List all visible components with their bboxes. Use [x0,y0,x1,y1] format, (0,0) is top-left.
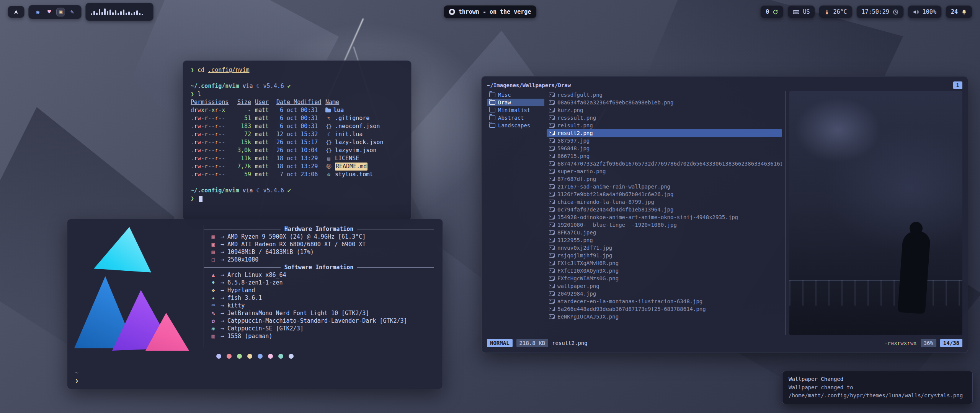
col-permissions: Permissions [191,98,230,106]
notifications-module[interactable]: 24 [946,5,972,18]
image-file-icon [549,177,555,181]
preview-railing [789,280,962,306]
file-permissions: .rw-r--r-- [191,163,230,171]
image-file-icon [549,154,555,158]
prompt-symbol: ❯ [191,66,194,74]
file-list-item[interactable]: atardecer-en-la-montanas-ilustracion-634… [547,298,782,305]
file-list-item[interactable]: nnvuv0xj2df71.jpg [547,244,782,252]
file-list-item[interactable]: 154928-odinokoe-anime-art-anime-okno-sin… [547,213,782,221]
memory-icon: ▤ [209,248,217,256]
file-list-item[interactable]: EeNKYgIUcAAJ5JX.png [547,313,782,320]
image-file-icon [549,169,555,174]
file-list-item[interactable]: 87r687df.png [547,175,782,183]
software-section-header: Software Information [204,263,434,271]
temperature-module[interactable]: 26°C [819,5,852,18]
file-list-item[interactable]: 8FKa7Cu.jpeg [547,229,782,236]
file-list-item[interactable]: chica-mirando-la-luna-8799.jpg [547,198,782,206]
file-manager-window[interactable]: ~/Imagenes/Wallpapers/Draw 1 MiscDrawMin… [481,76,968,353]
lua-version: v5.4.6 [263,82,284,90]
top-bar-right: 0 US 26°C 17:50:29 10 [760,5,972,18]
file-list-item[interactable]: rsjqojlmjhf91.jpg [547,252,782,259]
palette-dot [227,354,232,359]
file-list-item[interactable]: 20492984.jpg [547,290,782,298]
json-icon: {} [325,122,332,130]
file-list-item[interactable]: ressdfgult.png [547,91,782,99]
ls-row[interactable]: .rw-r--r--11kmatt18 oct 13:29▤LICENSE [191,154,403,163]
file-name-cell: ⌥.gitignore [325,114,403,122]
file-list-item[interactable]: FXfcJlTXgAMvH6R.png [547,259,782,267]
sidebar-dir-landscapes[interactable]: Landscapes [487,122,544,129]
dir-name: Abstract [498,114,524,122]
audio-visualizer[interactable] [85,3,154,21]
file-list-item[interactable]: re1sult.png [547,122,782,129]
file-list-item[interactable]: kurz.png [547,106,782,114]
keyboard-layout-module[interactable]: US [787,5,815,18]
file-list-item[interactable]: resssult.png [547,114,782,122]
palette-dot [258,354,263,359]
file-list-item[interactable]: FXfcHgcWIAMzs0G.png [547,275,782,282]
file-name: .gitignore [335,114,369,122]
terminal-window-fetch[interactable]: Hardware Information ▦→AMD Ryzen 9 5900X… [67,219,443,389]
terminal-window-nvim-config[interactable]: ❯cd.config/nvim ~/.config/nvimvia☾v5.4.6… [183,60,412,220]
volume-module[interactable]: 100% [908,5,942,18]
tab-indicator[interactable]: 1 [953,81,962,89]
file-name-cell: ⓂREADME.md [325,163,403,171]
prompt-line[interactable]: ❯ [191,195,403,203]
workspace-icon-browser[interactable]: ◉ [34,8,42,16]
command-ls: l [198,90,201,98]
fetch-prompt[interactable]: ~ ❯ [75,369,78,385]
sidebar-dir-draw[interactable]: Draw [487,99,544,106]
file-list-item[interactable]: result2.png [547,129,782,137]
ls-row[interactable]: .rw-r--r--7,7kmatt18 oct 13:29ⓂREADME.md [191,163,403,171]
notification-toast[interactable]: Wallpaper Changed Wallpaper changed to /… [782,371,973,404]
file-permissions: .rw-r--r-- [191,138,230,146]
ls-row[interactable]: .rw-r--r--183matt 6 oct 00:31{}.neoconf.… [191,122,403,130]
launcher-button[interactable] [8,6,24,18]
workspace-icon-files[interactable]: ▣ [57,8,65,16]
file-list-item[interactable]: 217167-sad-anime-rain-wallpaper.png [547,183,782,190]
file-list-item[interactable]: 596848.jpg [547,145,782,152]
ls-row[interactable]: .rw-r--r--15kmatt26 oct 15:17{}lazy-lock… [191,138,403,146]
file-list-item[interactable]: FXfcII0X0AQyn9X.png [547,267,782,275]
software-info-row-value: Hyprland [227,286,255,294]
file-list-item[interactable]: 08a634fa02a32364f69ebc86a98eb1eb.png [547,99,782,106]
file-size: 15k [234,138,251,146]
ls-row[interactable]: drwxr-xr-x-matt 6 oct 00:31lua [191,106,403,114]
file-list-item[interactable]: 3122955.png [547,236,782,244]
ls-row[interactable]: .rw-r--r--3,0kmatt26 oct 10:04{}lazyvim.… [191,146,403,154]
image-file-icon [549,268,555,273]
file-list-item[interactable]: 866715.png [547,152,782,160]
ls-row[interactable]: .rw-r--r--72matt12 oct 15:32☾init.lua [191,130,403,138]
ls-row[interactable]: .rw-r--r--51matt 6 oct 00:31⌥.gitignore [191,114,403,122]
ls-row[interactable]: .rw-r--r--59matt 7 oct 23:06⚙stylua.toml [191,171,403,179]
dir-name: Minimalist [498,106,530,114]
window-title-module[interactable]: thrown - on the verge [444,5,537,18]
file-list-item[interactable]: wallpaper.png [547,282,782,290]
updates-module[interactable]: 0 [760,5,784,18]
file-name-cell: {}.neoconf.json [325,122,403,130]
file-date: 12 oct 15:32 [276,130,322,138]
file-name: rsjqojlmjhf91.jpg [557,252,612,259]
file-name: init.lua [335,130,363,138]
arrow-icon: → [220,294,224,302]
workspace-icon-design[interactable]: ✎ [68,8,76,16]
lua-moon-icon: ☾ [256,82,260,90]
file-list-item[interactable]: 68747470733a2f2f696d616765732d7769786d70… [547,160,782,167]
file-name: chica-mirando-la-luna-8799.jpg [557,198,654,206]
sidebar-dir-minimalist[interactable]: Minimalist [487,106,544,114]
file-name: lazyvim.json [335,146,376,154]
file-size: - [234,106,251,114]
file-list-item[interactable]: 19201080-__blue-tinge__-1920×1080.jpg [547,221,782,229]
workspace-icon-media[interactable]: ♥ [45,8,53,16]
file-list-item[interactable]: 5a266e448add93deab367d87173e9f25-6837886… [547,305,782,313]
file-permissions: .rw-r--r-- [191,154,230,163]
file-list-item[interactable]: 587597.jpg [547,137,782,145]
sidebar-dir-misc[interactable]: Misc [487,91,544,99]
sidebar-dir-abstract[interactable]: Abstract [487,114,544,122]
file-list-item[interactable]: 0c794faf07de24a4db4d4fb1eb813964.jpg [547,206,782,213]
file-name: result2.png [557,129,593,137]
file-list-item[interactable]: super-mario.png [547,167,782,175]
file-list-item[interactable]: 3126f7e9bbf21a8a4af0b67b041c6e26.jpg [547,190,782,198]
terminal-color-palette [216,354,294,359]
clock-module[interactable]: 17:50:29 [856,5,904,18]
